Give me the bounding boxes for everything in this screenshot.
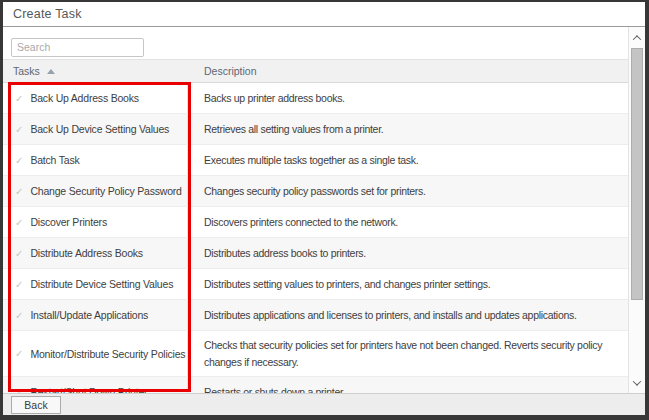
task-cell: ✓ Distribute Address Books xyxy=(3,238,188,268)
dialog-titlebar: Create Task xyxy=(3,2,645,27)
check-icon: ✓ xyxy=(15,279,23,290)
task-row[interactable]: ✓ Discover Printers Discovers printers c… xyxy=(3,207,628,238)
task-cell: ✓ Discover Printers xyxy=(3,207,188,237)
check-icon: ✓ xyxy=(15,155,23,166)
task-cell: ✓ Restart/Shut Down Printer xyxy=(3,377,188,393)
task-cell: ✓ Back Up Device Setting Values xyxy=(3,114,188,144)
task-name: Distribute Device Setting Values xyxy=(30,278,173,290)
chevron-up-icon xyxy=(633,35,641,43)
task-description: Distributes address books to printers. xyxy=(188,238,628,268)
dialog-footer: Back xyxy=(3,393,645,415)
tasks-header-label: Tasks xyxy=(13,65,40,77)
task-name: Batch Task xyxy=(30,154,79,166)
task-description: Executes multiple tasks together as a si… xyxy=(188,145,628,175)
check-icon: ✓ xyxy=(15,93,23,104)
search-row xyxy=(3,27,628,59)
check-icon: ✓ xyxy=(15,387,23,394)
sort-ascending-icon xyxy=(47,69,55,74)
task-cell: ✓ Monitor/Distribute Security Policies xyxy=(3,331,188,376)
task-cell: ✓ Change Security Policy Password xyxy=(3,176,188,206)
description-header-label: Description xyxy=(204,65,257,77)
task-description: Restarts or shuts down a printer. xyxy=(188,377,628,393)
task-name: Install/Update Applications xyxy=(30,309,148,321)
scroll-down-button[interactable] xyxy=(629,374,645,391)
check-icon: ✓ xyxy=(15,248,23,259)
task-row[interactable]: ✓ Install/Update Applications Distribute… xyxy=(3,300,628,331)
create-task-dialog: Create Task Tasks Description ✓ Back Up … xyxy=(0,0,649,420)
task-cell: ✓ Back Up Address Books xyxy=(3,83,188,113)
search-input[interactable] xyxy=(11,38,144,57)
dialog-title: Create Task xyxy=(13,7,82,21)
column-header-description[interactable]: Description xyxy=(188,65,628,77)
check-icon: ✓ xyxy=(15,310,23,321)
task-table-body: ✓ Back Up Address Books Backs up printer… xyxy=(3,83,628,393)
task-cell: ✓ Distribute Device Setting Values xyxy=(3,269,188,299)
back-button[interactable]: Back xyxy=(11,396,61,414)
task-description: Discovers printers connected to the netw… xyxy=(188,207,628,237)
task-description: Checks that security policies set for pr… xyxy=(188,331,628,376)
task-name: Distribute Address Books xyxy=(30,247,143,259)
task-description: Retrieves all setting values from a prin… xyxy=(188,114,628,144)
check-icon: ✓ xyxy=(15,217,23,228)
task-name: Monitor/Distribute Security Policies xyxy=(30,348,185,360)
chevron-down-icon xyxy=(633,377,641,385)
scrollbar-thumb[interactable] xyxy=(631,48,643,300)
task-description: Changes security policy passwords set fo… xyxy=(188,176,628,206)
task-cell: ✓ Batch Task xyxy=(3,145,188,175)
check-icon: ✓ xyxy=(15,124,23,135)
task-row[interactable]: ✓ Distribute Address Books Distributes a… xyxy=(3,238,628,269)
check-icon: ✓ xyxy=(15,348,23,359)
task-name: Back Up Device Setting Values xyxy=(30,123,169,135)
check-icon: ✓ xyxy=(15,186,23,197)
vertical-scrollbar[interactable] xyxy=(628,27,645,393)
column-header-tasks[interactable]: Tasks xyxy=(3,65,188,77)
task-name: Restart/Shut Down Printer xyxy=(30,386,147,393)
task-name: Change Security Policy Password xyxy=(30,185,181,197)
task-row[interactable]: ✓ Back Up Device Setting Values Retrieve… xyxy=(3,114,628,145)
task-list-panel: Tasks Description ✓ Back Up Address Book… xyxy=(3,27,628,393)
task-name: Back Up Address Books xyxy=(30,92,138,104)
task-description: Distributes setting values to printers, … xyxy=(188,269,628,299)
task-cell: ✓ Install/Update Applications xyxy=(3,300,188,330)
task-row[interactable]: ✓ Monitor/Distribute Security Policies C… xyxy=(3,331,628,377)
table-header: Tasks Description xyxy=(3,59,628,83)
task-description: Backs up printer address books. xyxy=(188,83,628,113)
task-name: Discover Printers xyxy=(30,216,107,228)
task-row[interactable]: ✓ Distribute Device Setting Values Distr… xyxy=(3,269,628,300)
task-row[interactable]: ✓ Change Security Policy Password Change… xyxy=(3,176,628,207)
task-row[interactable]: ✓ Restart/Shut Down Printer Restarts or … xyxy=(3,377,628,393)
task-row[interactable]: ✓ Batch Task Executes multiple tasks tog… xyxy=(3,145,628,176)
task-description: Distributes applications and licenses to… xyxy=(188,300,628,330)
task-row[interactable]: ✓ Back Up Address Books Backs up printer… xyxy=(3,83,628,114)
scroll-up-button[interactable] xyxy=(629,29,645,46)
content-viewport: Tasks Description ✓ Back Up Address Book… xyxy=(3,27,645,393)
